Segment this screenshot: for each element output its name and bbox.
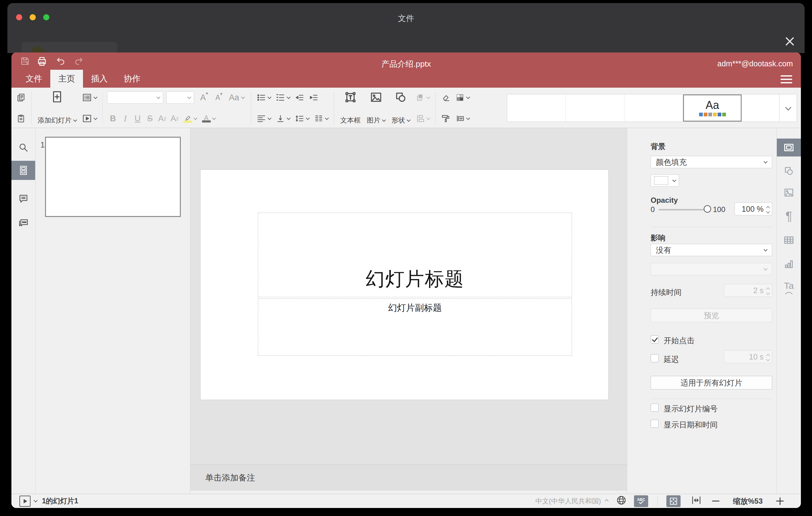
slide-settings-tab[interactable] bbox=[777, 139, 801, 156]
background-color-picker[interactable] bbox=[651, 174, 679, 187]
columns-button[interactable] bbox=[313, 112, 329, 125]
vertical-align-button[interactable] bbox=[274, 112, 291, 125]
show-date-time-checkbox[interactable] bbox=[651, 420, 659, 428]
set-language-button[interactable] bbox=[616, 495, 627, 507]
opacity-spinner[interactable]: 100 % bbox=[734, 202, 772, 216]
textart-settings-tab[interactable]: Ta bbox=[777, 279, 801, 296]
zoom-out-button[interactable] bbox=[712, 500, 720, 501]
font-size-select[interactable] bbox=[166, 91, 194, 104]
comment-icon bbox=[18, 194, 29, 204]
insert-image-button[interactable]: 图片 bbox=[365, 91, 387, 125]
paragraph-settings-tab[interactable]: ¶ bbox=[777, 207, 801, 225]
add-slide-button[interactable]: 添加幻灯片 bbox=[36, 91, 78, 125]
slides-panel-button[interactable] bbox=[11, 161, 35, 180]
font-color-button[interactable]: A bbox=[200, 112, 218, 125]
subscript-button[interactable]: A2 bbox=[169, 112, 180, 125]
table-settings-tab[interactable] bbox=[777, 231, 801, 249]
slide-thumbnail[interactable] bbox=[45, 137, 181, 217]
preview-button[interactable]: 预览 bbox=[651, 309, 772, 322]
spellcheck-button[interactable]: ABC bbox=[634, 495, 648, 507]
bullets-button[interactable] bbox=[256, 91, 272, 104]
copy-style-button[interactable] bbox=[440, 112, 452, 125]
opacity-slider-knob[interactable] bbox=[704, 205, 711, 212]
show-slide-number-checkbox[interactable] bbox=[651, 404, 659, 412]
apply-to-all-slides-button[interactable]: 适用于所有幻灯片 bbox=[651, 376, 772, 390]
chat-button[interactable] bbox=[11, 213, 35, 232]
horizontal-align-button[interactable] bbox=[256, 112, 272, 125]
opacity-slider-track[interactable] bbox=[659, 209, 707, 210]
tab-file[interactable]: 文件 bbox=[18, 70, 50, 88]
slide-canvas[interactable]: 幻灯片标题 幻灯片副标题 bbox=[200, 169, 609, 400]
background-fill-select[interactable]: 颜色填充 bbox=[651, 156, 772, 168]
slide-subtitle-placeholder[interactable]: 幻灯片副标题 bbox=[258, 298, 572, 356]
slide-settings-panel: 背景 颜色填充 Opacity 0 100 100 % 影响 没有 bbox=[627, 128, 777, 494]
slide-title-placeholder[interactable]: 幻灯片标题 bbox=[258, 212, 572, 297]
fit-to-slide-button[interactable] bbox=[666, 495, 680, 507]
effect-type-select[interactable] bbox=[651, 263, 772, 275]
fit-to-width-button[interactable] bbox=[691, 495, 701, 507]
bold-button[interactable]: B bbox=[107, 112, 119, 125]
superscript-button[interactable]: A2 bbox=[156, 112, 168, 125]
increase-font-button[interactable]: A▲ bbox=[197, 91, 209, 104]
insert-textbox-button[interactable]: 文本框 bbox=[339, 91, 362, 125]
search-button[interactable] bbox=[11, 138, 35, 157]
start-slideshow-status-button[interactable] bbox=[20, 496, 31, 507]
add-slide-label: 添加幻灯片 bbox=[38, 116, 71, 125]
start-on-click-checkbox[interactable] bbox=[651, 336, 659, 343]
close-editor-button[interactable] bbox=[784, 35, 796, 48]
font-name-select[interactable] bbox=[107, 91, 163, 104]
italic-button[interactable]: I bbox=[119, 112, 131, 125]
decrease-indent-button[interactable] bbox=[294, 91, 306, 104]
increase-indent-button[interactable] bbox=[308, 91, 320, 104]
theme-item[interactable] bbox=[566, 94, 625, 122]
style-group bbox=[440, 91, 471, 125]
strikeout-button[interactable]: S bbox=[144, 112, 156, 125]
numbering-button[interactable] bbox=[274, 91, 291, 104]
tab-home[interactable]: 主页 bbox=[50, 70, 83, 88]
change-case-button[interactable]: Aa bbox=[227, 91, 246, 104]
delay-spinner[interactable]: 10 s bbox=[724, 350, 772, 363]
fit-width-icon bbox=[691, 495, 701, 506]
tab-insert[interactable]: 插入 bbox=[83, 70, 116, 88]
slideshow-options-chevron[interactable] bbox=[34, 498, 38, 503]
theme-gallery-expand-button[interactable] bbox=[779, 94, 796, 122]
start-slideshow-button[interactable] bbox=[81, 112, 98, 125]
clear-style-button[interactable] bbox=[440, 91, 452, 104]
comments-button[interactable] bbox=[11, 189, 35, 208]
slide-settings-icon bbox=[783, 142, 794, 153]
color-scheme-button[interactable] bbox=[454, 91, 471, 104]
paste-button[interactable] bbox=[15, 112, 27, 125]
notes-area[interactable]: 单击添加备注 bbox=[190, 464, 627, 491]
arrange-shape-button[interactable] bbox=[414, 91, 431, 104]
delay-checkbox[interactable] bbox=[651, 354, 659, 362]
slide-size-button[interactable] bbox=[454, 112, 471, 125]
language-label[interactable]: 中文(中华人民共和国) bbox=[535, 496, 601, 506]
highlight-color-button[interactable] bbox=[181, 112, 199, 125]
align-shape-button[interactable] bbox=[414, 112, 431, 125]
layout-show-group bbox=[81, 91, 98, 125]
decrease-font-button[interactable]: A▼ bbox=[212, 91, 224, 104]
image-settings-icon bbox=[784, 187, 794, 198]
theme-item[interactable] bbox=[625, 94, 683, 122]
line-spacing-button[interactable] bbox=[294, 112, 310, 125]
slide-counter: 1的幻灯片1 bbox=[42, 496, 78, 506]
menu-button[interactable] bbox=[781, 75, 792, 83]
slide-layout-button[interactable] bbox=[81, 91, 98, 104]
theme-item-selected[interactable]: Aa bbox=[683, 94, 742, 122]
theme-item[interactable] bbox=[742, 94, 779, 122]
shape-settings-tab[interactable] bbox=[777, 162, 801, 180]
tab-collaboration[interactable]: 协作 bbox=[116, 70, 148, 88]
document-title: 产品介绍.pptx bbox=[11, 59, 801, 69]
underline-button[interactable]: U bbox=[132, 112, 143, 125]
spellcheck-check bbox=[639, 501, 643, 504]
image-settings-tab[interactable] bbox=[777, 183, 801, 202]
theme-item[interactable] bbox=[507, 94, 566, 122]
insert-shape-button[interactable]: 形状 bbox=[390, 91, 412, 125]
zoom-in-button[interactable] bbox=[776, 497, 784, 505]
duration-spinner[interactable]: 2 s bbox=[724, 284, 772, 297]
slideshow-icon bbox=[82, 114, 92, 123]
textart-icon: Ta bbox=[784, 281, 794, 291]
copy-button[interactable] bbox=[15, 91, 27, 104]
chart-settings-tab[interactable] bbox=[777, 255, 801, 273]
effect-select[interactable]: 没有 bbox=[651, 244, 772, 256]
